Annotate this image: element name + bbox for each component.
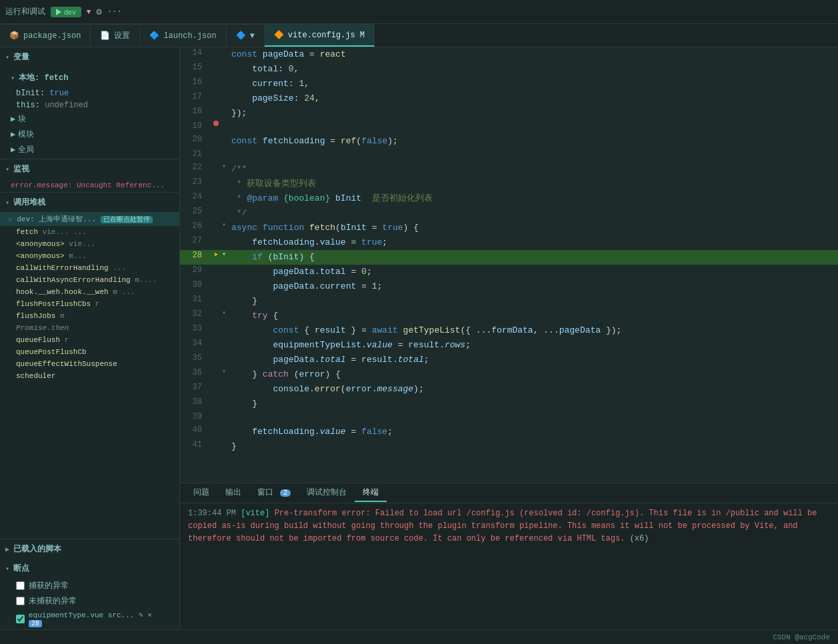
bp-caught-label: 捕获的异常 — [29, 580, 69, 591]
watch-section-header[interactable]: ▾ 监视 — [0, 159, 179, 179]
line-num-16: 16 — [180, 77, 210, 87]
watch-label: 监视 — [13, 163, 29, 175]
code-content-26: async function fetch(bInit = true) { — [231, 221, 838, 235]
code-content-37: console.error(error.message); — [231, 382, 838, 397]
callstack-flushpost[interactable]: flushPostFlushCbs r — [0, 298, 179, 310]
code-content-40: fetchLoading.value = false; — [231, 425, 838, 439]
watch-value: error.message: Uncaught Referenc... — [0, 179, 179, 192]
line-num-25: 25 — [180, 206, 210, 216]
global-item[interactable]: ▶ 全局 — [0, 142, 179, 157]
variables-section-header[interactable]: ▾ 变量 — [0, 47, 179, 67]
code-content-21 — [231, 149, 838, 150]
code-line-39: 39 — [180, 411, 838, 425]
callstack-anon1[interactable]: <anonymous> vie... — [0, 238, 179, 250]
code-content-33: const { result } = await getTypeList({ .… — [231, 323, 838, 338]
module-arrow: ▶ — [11, 129, 15, 139]
fold-22[interactable]: ▾ — [222, 162, 231, 170]
tab-icon: 📄 — [100, 31, 110, 41]
gear-icon[interactable]: ⚙ — [96, 6, 101, 17]
dropdown-arrow[interactable]: ▼ — [87, 8, 91, 16]
code-content-24: * @param {boolean} bInit 是否初始化列表 — [231, 191, 838, 206]
play-icon — [56, 9, 61, 15]
code-line-16: 16 current: 1, — [180, 77, 838, 91]
bottom-tab-issues-label: 问题 — [193, 488, 209, 497]
callstack-promise[interactable]: Promise.then — [0, 322, 179, 334]
fold-32[interactable]: ▾ — [222, 309, 231, 317]
callstack-header[interactable]: ▾ 调用堆栈 — [0, 193, 179, 212]
breakpoints-header[interactable]: ▾ 断点 — [0, 559, 179, 578]
bottom-tab-terminal[interactable]: 终端 — [355, 484, 387, 502]
var-binit: bInit: true — [0, 87, 179, 99]
main-area: ▾ 变量 ▾ 本地: fetch bInit: true this: undef… — [0, 47, 838, 629]
callstack-cwe[interactable]: callWithErrorHandling ... — [0, 262, 179, 274]
terminal-content: 1:39:44 PM [vite] Pre-transform error: F… — [180, 503, 838, 629]
callstack-hook[interactable]: hook.__weh.hook.__weh m ... — [0, 286, 179, 298]
run-button[interactable]: dev — [51, 7, 81, 17]
tab-bar: 📦 package.json 📄 设置 🔷 launch.json 🔷 ▼ 🔶 … — [0, 24, 838, 47]
line-num-38: 38 — [180, 397, 210, 407]
code-line-23: 23 * 获取设备类型列表 — [180, 177, 838, 191]
line-num-37: 37 — [180, 382, 210, 392]
bottom-tab-output[interactable]: 输出 — [217, 484, 249, 502]
bp-uncaught[interactable]: 未捕获的异常 — [0, 593, 179, 609]
code-content-31: } — [231, 294, 838, 309]
var-binit-text: bInit: true — [16, 89, 69, 98]
callstack-item[interactable]: ☆ dev: 上海申通绿智... 已在断点处暂停 — [0, 212, 179, 226]
code-content-18: }); — [231, 106, 838, 121]
module-item[interactable]: ▶ 模块 — [0, 127, 179, 142]
tab-settings[interactable]: 📄 设置 — [91, 24, 140, 47]
more-icon[interactable]: ··· — [107, 7, 122, 17]
code-line-22: 22 ▾ /** — [180, 162, 838, 177]
callstack-qews[interactable]: queueEffectWithSuspense — [0, 358, 179, 370]
bp-caught-checkbox[interactable] — [16, 581, 25, 590]
bp-caught[interactable]: 捕获的异常 — [0, 578, 179, 593]
fold-28[interactable]: ▾ — [222, 250, 231, 258]
log-source: [vite] — [241, 509, 274, 518]
tab-launch-json[interactable]: 🔷 launch.json — [140, 24, 226, 47]
code-content-16: current: 1, — [231, 77, 838, 91]
code-content-29: pageData.total = 0; — [231, 265, 838, 279]
bottom-tab-issues[interactable]: 问题 — [185, 484, 217, 502]
callstack-scheduler[interactable]: scheduler — [0, 370, 179, 382]
tab-icon: 🔷 — [149, 31, 159, 41]
tab-label: launch.json — [163, 31, 216, 41]
fold-26[interactable]: ▾ — [222, 221, 231, 229]
code-line-29: 29 pageData.total = 0; — [180, 265, 838, 279]
code-editor[interactable]: 14 const pageData = react 15 total: 0, 1… — [180, 47, 838, 483]
bottom-tab-window-label: 窗口 — [257, 488, 273, 497]
variables-arrow: ▾ — [5, 53, 9, 61]
code-line-37: 37 console.error(error.message); — [180, 382, 838, 397]
local-section-header[interactable]: ▾ 本地: fetch — [0, 68, 179, 87]
callstack-queueflush[interactable]: queueFlush r — [0, 334, 179, 346]
var-this-text: this: undefined — [16, 101, 88, 110]
code-line-32: 32 ▾ try { — [180, 309, 838, 323]
bottom-tab-debug-console[interactable]: 调试控制台 — [299, 484, 355, 502]
line-num-17: 17 — [180, 91, 210, 101]
bp-badge: 已在断点处暂停 — [101, 216, 153, 223]
module-label: 模块 — [18, 129, 34, 140]
run-debug-label: 运行和调试 — [5, 6, 45, 17]
bottom-tab-window[interactable]: 窗口 2 — [249, 484, 299, 502]
line-num-34: 34 — [180, 338, 210, 348]
block-item[interactable]: ▶ 块 — [0, 111, 179, 127]
bp-file-checkbox[interactable] — [16, 615, 25, 623]
watch-arrow: ▾ — [5, 165, 9, 173]
callstack-fetch[interactable]: fetch vie... ... — [0, 226, 179, 238]
bp-uncaught-checkbox[interactable] — [16, 597, 25, 605]
bp-arrow: ▾ — [5, 565, 9, 573]
code-content-14: const pageData = react — [231, 47, 838, 62]
tab-vite-config[interactable]: 🔶 vite.config.js M — [265, 24, 375, 47]
code-line-19: 19 — [180, 121, 838, 134]
bottom-panel: 问题 输出 窗口 2 调试控制台 终端 1:39:44 PM [vite] — [180, 483, 838, 629]
line-num-26: 26 — [180, 221, 210, 231]
line-num-19: 19 — [180, 121, 210, 131]
loaded-scripts-header[interactable]: ▶ 已载入的脚本 — [0, 539, 179, 559]
tab-v[interactable]: 🔷 ▼ — [227, 24, 265, 47]
bp-file[interactable]: equipmentType.vue src... ✎ × 28 — [0, 609, 179, 629]
fold-36[interactable]: ▾ — [222, 367, 231, 375]
callstack-qpfc[interactable]: queuePostFlushCb — [0, 346, 179, 358]
callstack-cawe[interactable]: callWithAsyncErrorHandling m.... — [0, 274, 179, 286]
tab-package-json[interactable]: 📦 package.json — [0, 24, 91, 47]
callstack-flushjobs[interactable]: flushJobs m — [0, 310, 179, 322]
callstack-anon2[interactable]: <anonymous> m... — [0, 250, 179, 262]
